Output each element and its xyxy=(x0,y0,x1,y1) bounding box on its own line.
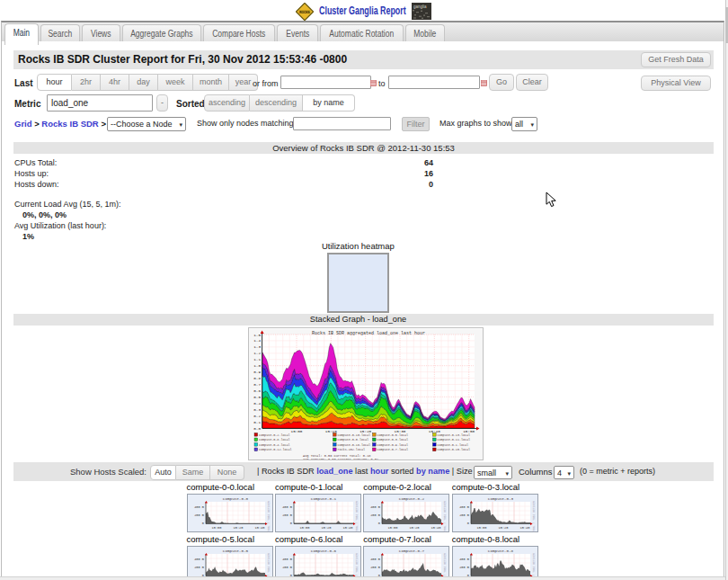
svg-text:RRDTOOL / TOBI OETIKER: RRDTOOL / TOBI OETIKER xyxy=(443,501,447,532)
svg-text:400 m: 400 m xyxy=(194,558,204,561)
svg-text:compute-0-9.local: compute-0-9.local xyxy=(377,443,409,447)
svg-text:15:00: 15:00 xyxy=(299,526,309,530)
svg-text:0.4: 0.4 xyxy=(253,401,261,406)
svg-text:0: 0 xyxy=(378,522,380,525)
svg-text:15:00: 15:00 xyxy=(211,526,221,530)
svg-text:15:40: 15:40 xyxy=(519,526,529,530)
svg-text:compute-0-2.local: compute-0-2.local xyxy=(259,433,290,437)
svg-text:compute-0-4.local: compute-0-4.local xyxy=(259,443,290,447)
svg-text:15:00: 15:00 xyxy=(291,429,303,433)
svg-text:compute-0-15.local: compute-0-15.local xyxy=(438,448,471,451)
svg-text:200 m: 200 m xyxy=(371,566,381,569)
svg-text:0: 0 xyxy=(201,522,203,525)
svg-text:compute-0-1: compute-0-1 xyxy=(311,496,337,501)
svg-text:0.0: 0.0 xyxy=(253,426,261,431)
svg-text:400 m: 400 m xyxy=(459,558,469,561)
svg-text:compute-0-0.local: compute-0-0.local xyxy=(338,438,369,442)
svg-text:compute-0-1.local: compute-0-1.local xyxy=(438,443,469,447)
svg-text:RRDTOOL / TOBI OETIKER: RRDTOOL / TOBI OETIKER xyxy=(532,501,536,532)
svg-text:compute-0-7.local: compute-0-7.local xyxy=(377,448,409,451)
svg-text:1.3: 1.3 xyxy=(253,344,261,349)
svg-text:Rocks IB SDR aggregated load_o: Rocks IB SDR aggregated load_one last ho… xyxy=(312,331,425,336)
svg-text:compute-0-11.local: compute-0-11.local xyxy=(438,438,471,442)
svg-text:400 m: 400 m xyxy=(371,505,381,509)
svg-text:ROCKS: ROCKS xyxy=(299,11,310,14)
svg-text:compute-0-3: compute-0-3 xyxy=(488,496,514,501)
svg-text:0: 0 xyxy=(290,522,292,525)
svg-text:RRDTOOL / TOBI OETIKER: RRDTOOL / TOBI OETIKER xyxy=(267,501,271,532)
svg-text:200 m: 200 m xyxy=(194,566,204,569)
svg-text:compute-0-3.local: compute-0-3.local xyxy=(377,438,409,442)
svg-text:200 m: 200 m xyxy=(371,513,381,517)
svg-text:0.3: 0.3 xyxy=(253,407,261,412)
svg-text:0.2: 0.2 xyxy=(253,414,261,418)
svg-text:1.5: 1.5 xyxy=(253,333,261,337)
svg-text:RRDTOOL / TOBI OETIKER: RRDTOOL / TOBI OETIKER xyxy=(355,501,359,532)
svg-text:15:40: 15:40 xyxy=(254,526,264,530)
svg-text:compute-0-2: compute-0-2 xyxy=(399,496,425,501)
svg-text:compute-0-7: compute-0-7 xyxy=(399,549,425,553)
svg-text:15:40: 15:40 xyxy=(431,526,441,530)
svg-text:0.5: 0.5 xyxy=(253,395,261,399)
svg-text:200 m: 200 m xyxy=(282,566,292,569)
svg-text:rocks-152.local: rocks-152.local xyxy=(338,448,366,451)
svg-text:0.9: 0.9 xyxy=(253,370,261,374)
svg-text:0.6: 0.6 xyxy=(253,388,261,393)
svg-text:compute-0-5: compute-0-5 xyxy=(222,549,248,553)
svg-text:Avg Average: 0.03 Current: Avg Average: 0.03 Current Average: 0.01 xyxy=(303,458,378,460)
svg-text:compute-0-5.local: compute-0-5.local xyxy=(377,433,409,437)
svg-text:15:20: 15:20 xyxy=(321,526,331,530)
svg-text:15:00: 15:00 xyxy=(388,526,398,530)
svg-text:0.1: 0.1 xyxy=(253,420,261,424)
svg-text:1.1: 1.1 xyxy=(253,357,261,361)
svg-text:15:20: 15:20 xyxy=(498,526,508,530)
svg-text:compute-0-8: compute-0-8 xyxy=(488,549,514,553)
svg-text:compute-0-16.local: compute-0-16.local xyxy=(338,443,371,447)
svg-text:0: 0 xyxy=(467,522,469,525)
svg-text:400 m: 400 m xyxy=(282,505,292,509)
svg-text:200 m: 200 m xyxy=(459,566,469,569)
svg-text:400 m: 400 m xyxy=(282,558,292,561)
svg-text:1.2: 1.2 xyxy=(253,351,261,355)
svg-text:200 m: 200 m xyxy=(459,513,469,517)
svg-text:200 m: 200 m xyxy=(282,513,292,517)
svg-text:0.7: 0.7 xyxy=(253,382,261,387)
svg-text:compute-0-10.local: compute-0-10.local xyxy=(338,433,371,437)
svg-text:400 m: 400 m xyxy=(371,558,381,561)
svg-text:0.8: 0.8 xyxy=(253,376,261,380)
svg-text:400 m: 400 m xyxy=(194,505,204,509)
svg-text:400 m: 400 m xyxy=(459,505,469,509)
svg-text:15:40: 15:40 xyxy=(342,526,352,530)
svg-text:compute-0-0: compute-0-0 xyxy=(222,496,248,501)
svg-text:15:00: 15:00 xyxy=(476,526,486,530)
svg-text:Avg Total: 0.56 Current: Avg Total: 0.56 Current Total: 0.18 xyxy=(303,454,370,458)
svg-text:compute-0-12.local: compute-0-12.local xyxy=(259,448,292,451)
svg-text:1.4: 1.4 xyxy=(253,338,261,343)
svg-text:15:20: 15:20 xyxy=(233,526,243,530)
svg-text:1.0: 1.0 xyxy=(253,363,261,368)
svg-text:compute-0-8.local: compute-0-8.local xyxy=(259,438,290,442)
svg-text:15:20: 15:20 xyxy=(410,526,420,530)
svg-text:ganglia: ganglia xyxy=(413,4,427,9)
svg-text:200 m: 200 m xyxy=(194,513,204,517)
svg-text:compute-0-6: compute-0-6 xyxy=(311,549,337,553)
svg-text:compute-0-13.local: compute-0-13.local xyxy=(438,433,471,437)
